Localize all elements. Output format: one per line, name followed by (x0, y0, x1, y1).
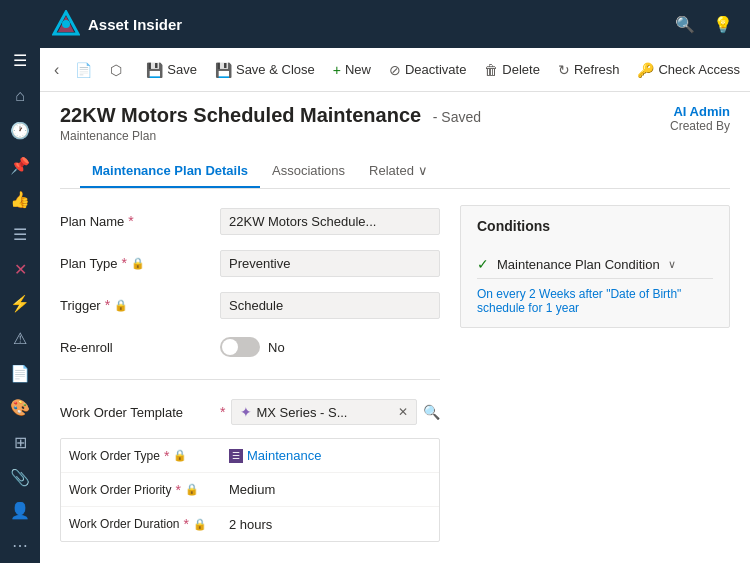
wo-priority-lock-icon: 🔒 (185, 483, 199, 496)
nav-home-icon[interactable]: ⌂ (2, 79, 38, 112)
page-icon-button[interactable]: 📄 (67, 57, 100, 83)
nav-user-icon[interactable]: 👤 (2, 495, 38, 528)
popout-icon: ⬡ (110, 62, 122, 78)
nav-bolt-icon[interactable]: ⚡ (2, 287, 38, 320)
tab-maintenance-plan-details[interactable]: Maintenance Plan Details (80, 155, 260, 188)
nav-pin-icon[interactable]: 📌 (2, 149, 38, 182)
delete-button[interactable]: 🗑 Delete (476, 57, 548, 83)
wo-type-value: ☰ Maintenance (229, 448, 431, 463)
entity-saved-indicator: - Saved (433, 109, 481, 125)
nav-more-icon[interactable]: ⋯ (2, 529, 38, 562)
refresh-button[interactable]: ↻ Refresh (550, 57, 628, 83)
wo-type-row: Work Order Type * 🔒 ☰ Maintenance (61, 439, 439, 473)
plan-type-lock-icon: 🔒 (131, 257, 145, 270)
reenroll-toggle[interactable] (220, 337, 260, 357)
wo-duration-label: Work Order Duration * 🔒 (69, 516, 229, 532)
check-access-button[interactable]: 🔑 Check Access (629, 57, 748, 83)
plan-type-label: Plan Type * 🔒 (60, 255, 220, 271)
reenroll-field-row: Re-enroll No (60, 331, 440, 363)
trigger-lock-icon: 🔒 (114, 299, 128, 312)
save-close-button[interactable]: 💾 Save & Close (207, 57, 323, 83)
back-button[interactable]: ‹ (48, 56, 65, 84)
save-button[interactable]: 💾 Save (138, 57, 205, 83)
save-close-icon: 💾 (215, 62, 232, 78)
entity-admin-name[interactable]: AI Admin (670, 104, 730, 119)
settings-header-button[interactable]: 💡 (708, 9, 738, 39)
wo-type-lock-icon: 🔒 (173, 449, 187, 462)
entity-title-area: 22KW Motors Scheduled Maintenance - Save… (60, 104, 481, 143)
reenroll-toggle-label: No (268, 340, 285, 355)
wo-type-required: * (164, 448, 169, 464)
svg-point-2 (62, 20, 70, 28)
conditions-title: Conditions (477, 218, 713, 234)
condition-check-icon: ✓ (477, 256, 489, 272)
popout-button[interactable]: ⬡ (102, 57, 130, 83)
wo-priority-label: Work Order Priority * 🔒 (69, 482, 229, 498)
wo-priority-required: * (175, 482, 180, 498)
deactivate-button[interactable]: ⊘ Deactivate (381, 57, 474, 83)
trigger-required-star: * (105, 297, 110, 313)
wot-search-button[interactable]: 🔍 (423, 404, 440, 420)
refresh-icon: ↻ (558, 62, 570, 78)
new-button[interactable]: + New (325, 57, 379, 83)
top-header: Asset Insider 🔍 💡 (40, 0, 750, 48)
plan-name-field-row: Plan Name * (60, 205, 440, 237)
nav-thumbs-up-icon[interactable]: 👍 (2, 183, 38, 216)
plan-type-required-star: * (122, 255, 127, 271)
nav-palette-icon[interactable]: 🎨 (2, 391, 38, 424)
app-logo: Asset Insider (52, 10, 182, 38)
related-chevron-icon: ∨ (418, 163, 428, 178)
work-order-subtable: Work Order Type * 🔒 ☰ Maintenance Work (60, 438, 440, 542)
nav-grid-icon[interactable]: ⊞ (2, 426, 38, 459)
wot-input-text: MX Series - S... (256, 405, 394, 420)
tab-related[interactable]: Related ∨ (357, 155, 440, 188)
wo-priority-row: Work Order Priority * 🔒 Medium (61, 473, 439, 507)
nav-list-icon[interactable]: ☰ (2, 218, 38, 251)
trigger-input[interactable] (220, 292, 440, 319)
conditions-section: Conditions ✓ Maintenance Plan Condition … (460, 205, 730, 328)
wo-type-link[interactable]: Maintenance (247, 448, 431, 463)
plan-name-required-star: * (128, 213, 133, 229)
nav-attach-icon[interactable]: 📎 (2, 461, 38, 494)
condition-item: ✓ Maintenance Plan Condition ∨ (477, 250, 713, 279)
wot-label: Work Order Template (60, 405, 220, 420)
plan-name-input[interactable] (220, 208, 440, 235)
wot-input-wrap[interactable]: ✦ MX Series - S... ✕ (231, 399, 417, 425)
condition-chevron-icon[interactable]: ∨ (668, 258, 676, 271)
plan-type-field-row: Plan Type * 🔒 (60, 247, 440, 279)
wot-clear-button[interactable]: ✕ (398, 405, 408, 419)
trigger-label: Trigger * 🔒 (60, 297, 220, 313)
wot-entity-icon: ✦ (240, 404, 252, 420)
entity-admin-label: Created By (670, 119, 730, 133)
plan-name-label: Plan Name * (60, 213, 220, 229)
nav-sidebar: ☰ ⌂ 🕐 📌 👍 ☰ ✕ ⚡ ⚠ 📄 🎨 ⊞ 📎 👤 ⋯ (0, 0, 40, 563)
wo-type-label: Work Order Type * 🔒 (69, 448, 229, 464)
wot-required-star: * (220, 404, 225, 420)
command-bar: ‹ 📄 ⬡ 💾 Save 💾 Save & Close + New ⊘ Deac… (40, 48, 750, 92)
form-right: Conditions ✓ Maintenance Plan Condition … (460, 205, 730, 547)
reenroll-toggle-container: No (220, 337, 440, 357)
wo-duration-lock-icon: 🔒 (193, 518, 207, 531)
deactivate-icon: ⊘ (389, 62, 401, 78)
nav-warning-icon[interactable]: ⚠ (2, 322, 38, 355)
plan-type-input[interactable] (220, 250, 440, 277)
nav-recent-icon[interactable]: 🕐 (2, 114, 38, 147)
main-content: Asset Insider 🔍 💡 ‹ 📄 ⬡ 💾 Save 💾 Save & … (40, 0, 750, 563)
check-access-icon: 🔑 (637, 62, 654, 78)
reenroll-value: No (220, 337, 440, 357)
nav-doc-icon[interactable]: 📄 (2, 357, 38, 390)
trigger-field-row: Trigger * 🔒 (60, 289, 440, 321)
tab-associations[interactable]: Associations (260, 155, 357, 188)
wo-duration-value: 2 hours (229, 517, 431, 532)
delete-icon: 🗑 (484, 62, 498, 78)
search-header-button[interactable]: 🔍 (670, 9, 700, 39)
wo-duration-row: Work Order Duration * 🔒 2 hours (61, 507, 439, 541)
nav-close-icon[interactable]: ✕ (2, 253, 38, 286)
condition-description[interactable]: On every 2 Weeks after "Date of Birth" s… (477, 287, 713, 315)
entity-title-line: 22KW Motors Scheduled Maintenance - Save… (60, 104, 481, 127)
nav-menu-icon[interactable]: ☰ (2, 45, 38, 78)
section-divider (60, 379, 440, 380)
save-icon: 💾 (146, 62, 163, 78)
entity-title: 22KW Motors Scheduled Maintenance (60, 104, 421, 126)
entity-subtitle: Maintenance Plan (60, 129, 481, 143)
